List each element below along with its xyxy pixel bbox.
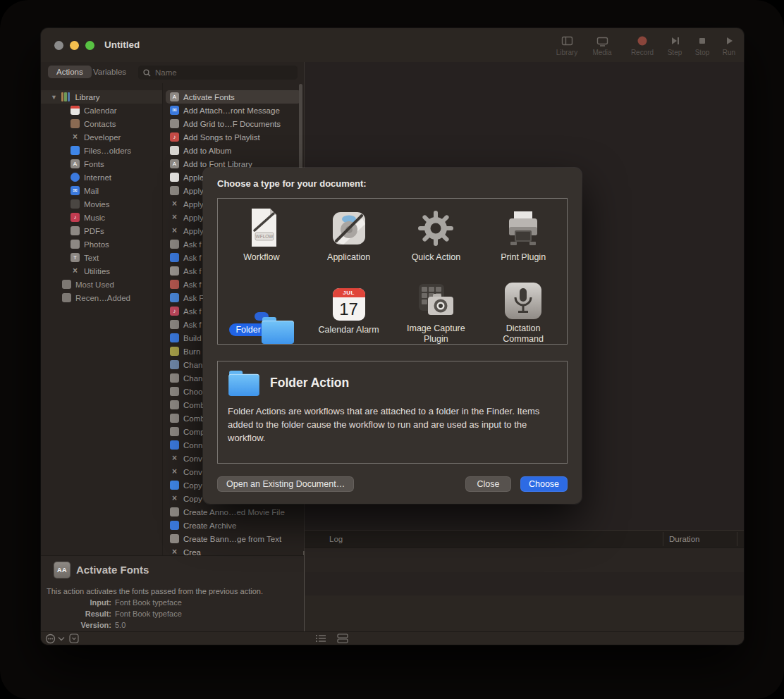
log-empty-area <box>305 595 744 632</box>
action-item-icon <box>170 240 179 249</box>
library-books-icon <box>61 92 71 101</box>
sidebar-smart-item[interactable]: Recen…Added <box>41 291 162 304</box>
action-list-item[interactable]: Create Archive <box>163 519 304 532</box>
action-list-item[interactable]: Add Grid to…F Documents <box>163 117 304 130</box>
tab-variables[interactable]: Variables <box>93 68 126 76</box>
action-list-item[interactable]: Create Anno…ed Movie File <box>163 505 304 519</box>
search-input[interactable]: Name <box>138 66 298 80</box>
sidebar-item-icon: ✉ <box>71 186 80 195</box>
automator-window: Untitled Library Media Record Step <box>41 28 744 645</box>
log-column-header[interactable]: Log <box>329 531 343 548</box>
action-list-item[interactable]: ♪ Add Songs to Playlist <box>163 130 304 144</box>
action-item-label: Add Grid to…F Documents <box>183 120 281 128</box>
type-print-plugin[interactable]: Print Plugin <box>479 199 567 271</box>
chevron-down-icon[interactable] <box>58 633 65 644</box>
type-image-capture-plugin[interactable]: Image Capture Plugin <box>393 271 480 344</box>
sidebar-item[interactable]: Contacts <box>41 117 162 130</box>
sidebar-item[interactable]: × Developer <box>41 130 162 144</box>
sidebar-item[interactable]: T Text <box>41 251 162 264</box>
type-folder-action[interactable]: Folder Action <box>218 271 305 344</box>
type-workflow[interactable]: WFLOW Workflow <box>218 199 305 271</box>
sidebar-item[interactable]: × Utilities <box>41 264 162 278</box>
action-list-item[interactable]: A Activate Fonts <box>166 90 301 104</box>
action-item-label: Conv <box>183 454 202 463</box>
log-empty-row <box>305 572 744 595</box>
close-button[interactable]: Close <box>465 476 511 492</box>
action-item-icon <box>170 333 179 342</box>
action-item-label: Ask f <box>183 267 202 276</box>
type-quick-action[interactable]: Quick Action <box>393 199 480 271</box>
action-item-label: Activate Fonts <box>183 93 235 101</box>
action-item-icon <box>170 400 179 409</box>
sidebar-smart-item[interactable]: Most Used <box>41 278 162 291</box>
library-tab-bar: Actions Variables Name <box>41 62 304 84</box>
type-calendar-alarm[interactable]: JUL 17 Calendar Alarm <box>305 271 393 344</box>
action-item-label: Add to Font Library <box>183 160 252 168</box>
action-item-label: Apple <box>183 173 204 182</box>
toolbar-library-button[interactable]: Library <box>550 35 584 56</box>
close-window-button[interactable] <box>54 41 63 50</box>
action-item-label: Ask f <box>183 240 202 249</box>
action-item-label: Ask f <box>183 307 202 316</box>
toolbar-run-button[interactable]: Run <box>712 35 744 56</box>
action-list-item[interactable]: × Crea <box>163 545 304 555</box>
search-placeholder: Name <box>155 68 177 77</box>
panel-collapse-icon[interactable] <box>69 633 80 644</box>
choose-document-type-dialog: Choose a type for your document: WFLOW W… <box>203 168 582 504</box>
chevron-down-icon[interactable]: ▼ <box>51 94 57 101</box>
document-type-grid: WFLOW Workflow App <box>217 198 568 345</box>
action-item-icon <box>170 253 179 262</box>
type-application[interactable]: Application <box>305 199 393 271</box>
choose-button[interactable]: Choose <box>520 476 568 492</box>
action-item-icon: × <box>170 467 179 476</box>
action-item-label: Crea <box>183 548 201 556</box>
sidebar-item[interactable]: A Fonts <box>41 157 162 171</box>
action-item-label: Build <box>183 334 202 342</box>
column-divider[interactable] <box>737 532 737 546</box>
action-list-item[interactable]: Create Bann…ge from Text <box>163 532 304 545</box>
sidebar-item-icon <box>71 106 80 115</box>
sidebar-item[interactable]: Calendar <box>41 104 162 117</box>
svg-text:WFLOW: WFLOW <box>255 234 274 239</box>
action-list-item[interactable]: Add to Album <box>163 144 304 157</box>
run-icon <box>712 35 744 47</box>
sidebar-item-icon: × <box>71 266 80 276</box>
more-options-icon[interactable] <box>45 633 56 644</box>
tab-actions[interactable]: Actions <box>48 66 92 78</box>
sidebar-item[interactable]: Files…olders <box>41 144 162 157</box>
toolbar-record-button[interactable]: Record <box>625 35 659 56</box>
sidebar-item-icon <box>71 146 80 155</box>
action-item-label: Comb <box>183 401 205 409</box>
action-item-icon <box>170 347 179 356</box>
action-item-label: Add to Album <box>183 147 231 155</box>
type-dictation-command[interactable]: Dictation Command <box>479 271 567 344</box>
sidebar-item[interactable]: ✉ Mail <box>41 184 162 197</box>
duration-column-header[interactable]: Duration <box>669 531 699 548</box>
stacked-view-icon[interactable] <box>337 633 349 643</box>
action-item-label: Apply <box>183 200 204 209</box>
action-info-result-row: Result: Font Book typeface <box>41 610 182 618</box>
sidebar-item[interactable]: Movies <box>41 197 162 211</box>
action-item-label: Comp <box>183 428 205 436</box>
action-list-item[interactable]: ✉ Add Attach…ront Message <box>163 104 304 117</box>
action-item-label: Conv <box>183 468 202 476</box>
sidebar-item[interactable]: Photos <box>41 237 162 251</box>
sidebar-item[interactable]: PDFs <box>41 224 162 237</box>
action-item-icon <box>170 186 179 195</box>
action-item-icon: × <box>170 454 179 463</box>
action-item-icon <box>170 440 179 450</box>
sidebar-item-label: Contacts <box>84 120 116 128</box>
list-view-icon[interactable] <box>315 633 327 643</box>
toolbar-media-button[interactable]: Media <box>585 35 619 56</box>
sidebar-item[interactable]: Internet <box>41 171 162 184</box>
action-item-icon <box>170 481 179 490</box>
sidebar-item[interactable]: ♪ Music <box>41 211 162 224</box>
zoom-window-button[interactable] <box>85 41 94 50</box>
minimize-window-button[interactable] <box>70 41 79 50</box>
column-divider[interactable] <box>663 532 663 546</box>
action-item-label: Ask f <box>183 280 202 289</box>
actions-list-scrollbar[interactable] <box>299 84 302 170</box>
folder-icon <box>228 371 259 396</box>
open-existing-document-button[interactable]: Open an Existing Document… <box>217 476 354 492</box>
sidebar-item-library[interactable]: ▼ Library <box>41 90 162 104</box>
